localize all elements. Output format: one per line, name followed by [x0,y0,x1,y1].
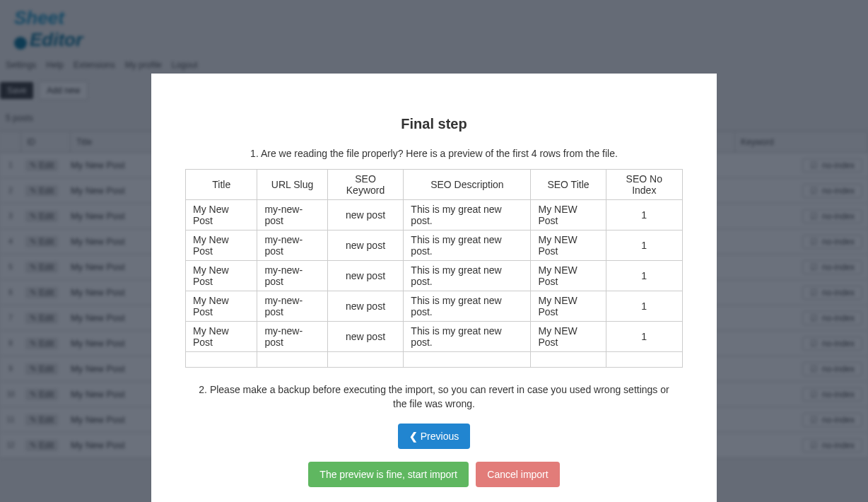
table-row: My New Post my-new-post new post This is… [186,261,683,291]
table-row: My New Post my-new-post new post This is… [186,322,683,352]
cell-title: My New Post [186,322,257,352]
table-row: My New Post my-new-post new post This is… [186,200,683,230]
start-import-button[interactable]: The preview is fine, start import [308,462,469,487]
import-modal: Final step 1. Are we reading the file pr… [151,74,717,502]
cell-noindex: 1 [606,291,682,322]
cell-desc: This is my great new post. [404,261,531,291]
th-title: Title [186,170,257,200]
cell-seotitle: My NEW Post [531,291,606,322]
th-keyword: SEO Keyword [327,170,404,200]
cell-title: My New Post [186,261,257,291]
preview-table: Title URL Slug SEO Keyword SEO Descripti… [185,169,683,368]
cell-desc: This is my great new post. [404,200,531,230]
th-slug: URL Slug [257,170,327,200]
button-row-1: ❮Previous [185,424,683,449]
cell-keyword: new post [327,291,404,322]
cell-slug: my-new-post [257,322,327,352]
cell-noindex: 1 [606,261,682,291]
button-row-2: The preview is fine, start import Cancel… [185,462,683,487]
cell-desc: This is my great new post. [404,322,531,352]
previous-label: Previous [421,431,459,442]
cell-noindex: 1 [606,200,682,230]
cell-seotitle: My NEW Post [531,230,606,261]
cell-slug: my-new-post [257,230,327,261]
cell-title: My New Post [186,200,257,230]
table-row-empty [186,352,683,368]
cell-seotitle: My NEW Post [531,322,606,352]
cell-noindex: 1 [606,322,682,352]
previous-button[interactable]: ❮Previous [398,424,470,449]
table-row: My New Post my-new-post new post This is… [186,291,683,322]
chevron-left-icon: ❮ [409,431,418,442]
cell-seotitle: My NEW Post [531,261,606,291]
cell-slug: my-new-post [257,200,327,230]
cell-keyword: new post [327,200,404,230]
cell-slug: my-new-post [257,261,327,291]
th-noindex: SEO No Index [606,170,682,200]
cell-noindex: 1 [606,230,682,261]
cell-desc: This is my great new post. [404,291,531,322]
step-2-text: 2. Please make a backup before executing… [194,383,674,411]
cancel-import-button[interactable]: Cancel import [476,462,559,487]
table-row: My New Post my-new-post new post This is… [186,230,683,261]
cell-title: My New Post [186,291,257,322]
table-header-row: Title URL Slug SEO Keyword SEO Descripti… [186,170,683,200]
cell-keyword: new post [327,261,404,291]
cell-title: My New Post [186,230,257,261]
modal-title: Final step [185,116,683,132]
cell-keyword: new post [327,322,404,352]
step-1-text: 1. Are we reading the file properly? Her… [185,148,683,159]
cell-desc: This is my great new post. [404,230,531,261]
th-seotitle: SEO Title [531,170,606,200]
th-desc: SEO Description [404,170,531,200]
cell-slug: my-new-post [257,291,327,322]
cell-seotitle: My NEW Post [531,200,606,230]
cell-keyword: new post [327,230,404,261]
